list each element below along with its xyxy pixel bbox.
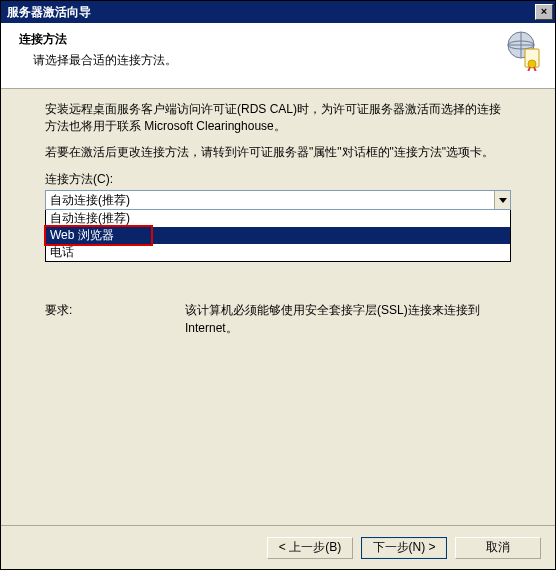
cancel-button[interactable]: 取消 <box>455 537 541 559</box>
connection-method-dropdown: 自动连接(推荐) Web 浏览器 电话 <box>45 210 511 262</box>
wizard-footer: < 上一步(B) 下一步(N) > 取消 <box>1 525 555 569</box>
certificate-icon <box>507 31 541 74</box>
combo-selected-value: 自动连接(推荐) <box>50 192 130 209</box>
option-auto-connect[interactable]: 自动连接(推荐) <box>46 210 510 227</box>
option-web-browser[interactable]: Web 浏览器 <box>46 227 510 244</box>
window-title: 服务器激活向导 <box>7 4 91 21</box>
next-button[interactable]: 下一步(N) > <box>361 537 447 559</box>
requirement-text: 该计算机必须能够使用安全套接字层(SSL)连接来连接到 Internet。 <box>185 302 511 337</box>
header-title: 连接方法 <box>19 31 177 48</box>
connection-method-combobox[interactable]: 自动连接(推荐) <box>45 190 511 210</box>
header-subtitle: 请选择最合适的连接方法。 <box>33 52 177 69</box>
wizard-body: 安装远程桌面服务客户端访问许可证(RDS CAL)时，为许可证服务器激活而选择的… <box>1 89 555 525</box>
wizard-header: 连接方法 请选择最合适的连接方法。 <box>1 23 555 89</box>
info-paragraph-2: 若要在激活后更改连接方法，请转到许可证服务器"属性"对话框的"连接方法"选项卡。 <box>45 144 511 161</box>
back-button[interactable]: < 上一步(B) <box>267 537 353 559</box>
requirement-label: 要求: <box>45 302 185 337</box>
titlebar: 服务器激活向导 × <box>1 1 555 23</box>
option-phone[interactable]: 电话 <box>46 244 510 261</box>
header-text: 连接方法 请选择最合适的连接方法。 <box>19 31 177 69</box>
wizard-window: 服务器激活向导 × 连接方法 请选择最合适的连接方法。 安装远程桌面服务客户端访… <box>0 0 556 570</box>
requirement-row: 要求: 该计算机必须能够使用安全套接字层(SSL)连接来连接到 Internet… <box>45 302 511 337</box>
combo-label: 连接方法(C): <box>45 171 511 188</box>
info-paragraph-1: 安装远程桌面服务客户端访问许可证(RDS CAL)时，为许可证服务器激活而选择的… <box>45 101 511 136</box>
chevron-down-icon[interactable] <box>494 191 510 209</box>
close-button[interactable]: × <box>535 4 553 20</box>
